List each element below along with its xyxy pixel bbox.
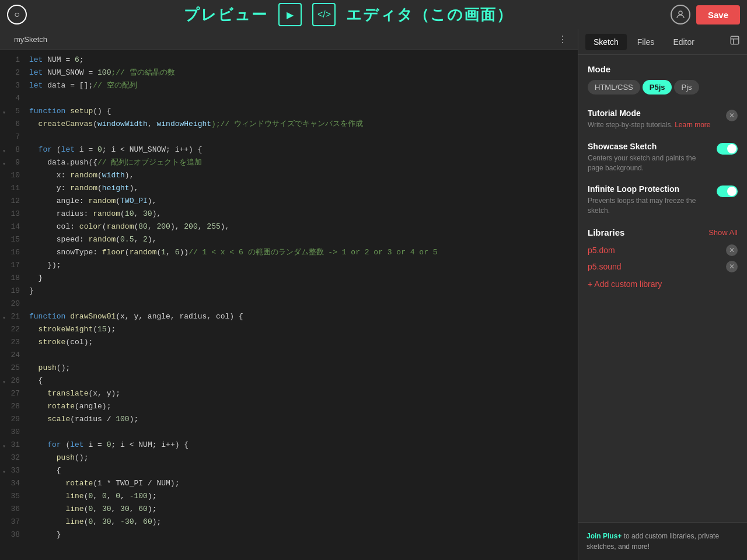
line-content: for (let i = 0; i < NUM_SNOW; i++) { bbox=[29, 144, 578, 156]
line-content: data.push({// 配列にオブジェクトを追加 bbox=[29, 156, 578, 169]
line-content: push(); bbox=[29, 452, 578, 464]
line-content bbox=[29, 349, 578, 362]
line-content: }); bbox=[29, 259, 578, 272]
line-content: stroke(col); bbox=[29, 336, 578, 349]
logo-symbol: ○ bbox=[14, 9, 20, 20]
table-row: 38 } bbox=[0, 528, 578, 541]
mode-html-css[interactable]: HTML/CSS bbox=[588, 80, 640, 94]
line-content bbox=[29, 426, 578, 439]
save-button[interactable]: Save bbox=[696, 5, 740, 24]
tutorial-mode-row: Tutorial Mode Write step-by-step tutoria… bbox=[588, 108, 738, 130]
showcase-sketch-title: Showcase Sketch bbox=[588, 142, 711, 151]
line-content: { bbox=[29, 374, 578, 387]
table-row: 29 scale(radius / 100); bbox=[0, 413, 578, 426]
table-row: 37 line(0, 30, -30, 60); bbox=[0, 516, 578, 528]
table-row: ▾26 { bbox=[0, 374, 578, 387]
line-content: snowType: floor(random(1, 6))// 1 < x < … bbox=[29, 246, 578, 259]
infinite-loop-row: Infinite Loop Protection Prevents loops … bbox=[588, 184, 738, 216]
play-button[interactable]: ▶ bbox=[278, 3, 302, 26]
table-row: 34 rotate(i * TWO_PI / NUM); bbox=[0, 477, 578, 490]
infinite-loop-knob bbox=[727, 187, 736, 196]
line-content bbox=[29, 298, 578, 310]
mode-pjs[interactable]: Pjs bbox=[674, 80, 699, 94]
table-row: 4 bbox=[0, 92, 578, 105]
mode-p5js[interactable]: P5js bbox=[643, 80, 672, 94]
learn-more-link[interactable]: Learn more bbox=[675, 121, 710, 129]
tab-sketch[interactable]: Sketch bbox=[585, 34, 627, 50]
add-custom-library-button[interactable]: + Add custom library bbox=[588, 277, 662, 291]
table-row: 12 angle: random(TWO_PI), bbox=[0, 195, 578, 208]
code-tab-mysketch[interactable]: mySketch bbox=[7, 29, 54, 50]
line-number: 3 bbox=[0, 79, 29, 92]
table-row: 27 translate(x, y); bbox=[0, 387, 578, 400]
line-number: ▾5 bbox=[0, 105, 29, 118]
line-number: 12 bbox=[0, 195, 29, 208]
showcase-sketch-toggle[interactable] bbox=[717, 143, 738, 155]
tutorial-mode-close[interactable]: ✕ bbox=[726, 110, 738, 121]
line-number: ▾8 bbox=[0, 144, 29, 156]
svg-rect-1 bbox=[731, 36, 739, 44]
right-bottom-bar: Join Plus+ to add custom libraries, priv… bbox=[578, 522, 747, 560]
table-row: 24 bbox=[0, 349, 578, 362]
table-row: 2let NUM_SNOW = 100;// 雪の結晶の数 bbox=[0, 66, 578, 79]
table-row: 10 x: random(width), bbox=[0, 169, 578, 182]
line-number: 37 bbox=[0, 516, 29, 528]
line-number: 25 bbox=[0, 362, 29, 374]
line-content: createCanvas(windowWidth, windowHeight);… bbox=[29, 118, 578, 131]
show-all-button[interactable]: Show All bbox=[708, 228, 738, 237]
line-content: line(0, 0, 0, -100); bbox=[29, 490, 578, 503]
table-row: 16 snowType: floor(random(1, 6))// 1 < x… bbox=[0, 246, 578, 259]
line-number: ▾21 bbox=[0, 310, 29, 323]
infinite-loop-info: Infinite Loop Protection Prevents loops … bbox=[588, 184, 711, 216]
line-number: 24 bbox=[0, 349, 29, 362]
line-number: ▾31 bbox=[0, 439, 29, 452]
table-row: ▾33 { bbox=[0, 464, 578, 477]
table-row: 1let NUM = 6; bbox=[0, 54, 578, 66]
main-content: mySketch ⋮ 1let NUM = 6;2let NUM_SNOW = … bbox=[0, 29, 747, 560]
line-content: function setup() { bbox=[29, 105, 578, 118]
line-number: 38 bbox=[0, 528, 29, 541]
table-row: ▾8 for (let i = 0; i < NUM_SNOW; i++) { bbox=[0, 144, 578, 156]
line-number: ▾26 bbox=[0, 374, 29, 387]
join-plus-link[interactable]: Join Plus+ bbox=[587, 532, 622, 540]
table-row: 18 } bbox=[0, 272, 578, 285]
line-number: 22 bbox=[0, 323, 29, 336]
right-panel: Sketch Files Editor Mode HTML/CSS P5js P… bbox=[578, 29, 747, 560]
line-content bbox=[29, 92, 578, 105]
table-row: ▾21function drawSnow01(x, y, angle, radi… bbox=[0, 310, 578, 323]
logo-icon[interactable]: ○ bbox=[7, 5, 27, 24]
code-tab-bar: mySketch ⋮ bbox=[0, 29, 578, 50]
user-avatar-icon[interactable] bbox=[671, 5, 690, 24]
tab-files[interactable]: Files bbox=[629, 34, 663, 50]
code-icon: </> bbox=[317, 9, 331, 20]
table-row: ▾31 for (let i = 0; i < NUM; i++) { bbox=[0, 439, 578, 452]
line-number: ▾9 bbox=[0, 156, 29, 169]
library-p5sound-remove[interactable]: ✕ bbox=[726, 261, 738, 272]
line-content: radius: random(10, 30), bbox=[29, 208, 578, 220]
line-content: } bbox=[29, 272, 578, 285]
libraries-section: Libraries Show All p5.dom ✕ p5.sound ✕ +… bbox=[588, 228, 738, 291]
library-p5dom-remove[interactable]: ✕ bbox=[726, 244, 738, 256]
table-row: 20 bbox=[0, 298, 578, 310]
layout-icon[interactable] bbox=[729, 35, 740, 48]
line-content: speed: random(0.5, 2), bbox=[29, 233, 578, 246]
line-number: 11 bbox=[0, 182, 29, 195]
code-button[interactable]: </> bbox=[312, 3, 336, 26]
table-row: 30 bbox=[0, 426, 578, 439]
infinite-loop-toggle[interactable] bbox=[717, 186, 738, 197]
libraries-title: Libraries bbox=[588, 228, 624, 237]
infinite-loop-title: Infinite Loop Protection bbox=[588, 184, 711, 194]
line-content: let NUM = 6; bbox=[29, 54, 578, 66]
line-number: 10 bbox=[0, 169, 29, 182]
line-content: let NUM_SNOW = 100;// 雪の結晶の数 bbox=[29, 66, 578, 79]
tab-editor[interactable]: Editor bbox=[665, 34, 703, 50]
table-row: 14 col: color(random(80, 200), 200, 255)… bbox=[0, 220, 578, 233]
line-content: translate(x, y); bbox=[29, 387, 578, 400]
code-area[interactable]: 1let NUM = 6;2let NUM_SNOW = 100;// 雪の結晶… bbox=[0, 50, 578, 560]
line-number: 23 bbox=[0, 336, 29, 349]
tab-options-icon[interactable]: ⋮ bbox=[554, 34, 571, 45]
top-bar: ○ プレビュー ▶ </> エディタ（この画面） Save bbox=[0, 0, 747, 29]
mode-section: Mode HTML/CSS P5js Pjs bbox=[588, 64, 738, 94]
line-content: } bbox=[29, 285, 578, 298]
library-item-p5dom: p5.dom ✕ bbox=[588, 244, 738, 256]
